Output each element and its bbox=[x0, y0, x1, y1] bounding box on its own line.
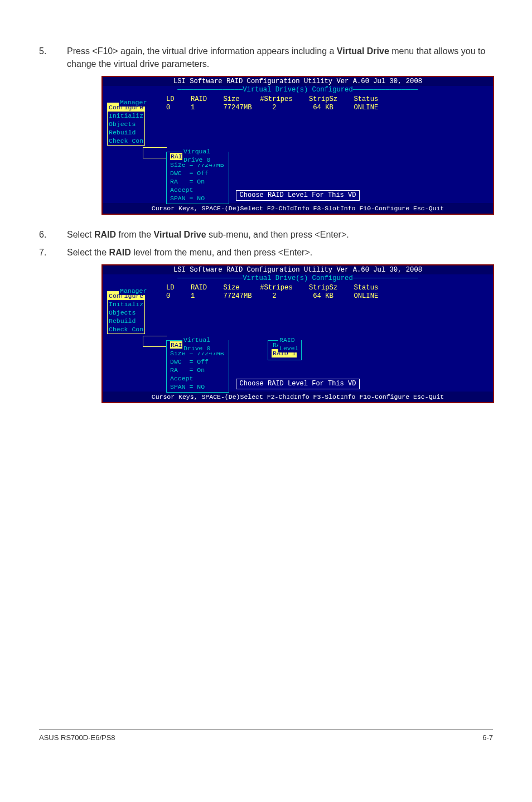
menu-item-objects: Objects bbox=[108, 308, 144, 317]
terminal-title: LSI Software RAID Configuration Utility … bbox=[103, 77, 493, 86]
column-headers: LD RAID Size #Stripes StripSz Status bbox=[103, 94, 493, 104]
terminal-footer: Cursor Keys, SPACE-(De)Select F2-ChIdInf… bbox=[103, 392, 493, 402]
subtitle-text: Virtual Drive(s) Configured bbox=[243, 86, 352, 94]
connector-line bbox=[143, 147, 167, 158]
step-6: 6. Select RAID from the Virtual Drive su… bbox=[39, 228, 493, 241]
menu-item-initialize: Initializ bbox=[108, 300, 144, 308]
step-text: Press <F10> again, the virtual drive inf… bbox=[67, 45, 493, 70]
left-menu: Manager Configure Initializ Objects Rebu… bbox=[107, 291, 145, 334]
terminal-subtitle: ────────────────Virtual Drive(s) Configu… bbox=[103, 274, 493, 283]
s6-a: Select bbox=[67, 230, 94, 239]
menu-label: Manager bbox=[119, 287, 148, 295]
s6-c: sub-menu, and then press <Enter>. bbox=[206, 230, 349, 239]
step-number: 7. bbox=[39, 246, 67, 259]
raid-level-box: RAID Level RAID 0 RAID 1 bbox=[268, 340, 302, 360]
vd-label: Virqual Drive 0 bbox=[182, 147, 229, 164]
step-text: Select the RAID level from the menu, and… bbox=[67, 246, 493, 259]
footer-left: ASUS RS700D-E6/PS8 bbox=[39, 733, 115, 742]
terminal-screenshot-2: LSI Software RAID Configuration Utility … bbox=[101, 264, 494, 403]
step-number: 6. bbox=[39, 228, 67, 241]
menu-item-checkcon: Check Con bbox=[108, 137, 144, 145]
page-footer: ASUS RS700D-E6/PS8 6-7 bbox=[39, 729, 493, 742]
status-message: Choose RAID Level For This VD bbox=[236, 190, 360, 201]
step-5: 5. Press <F10> again, the virtual drive … bbox=[39, 45, 493, 70]
status-line: Choose RAID Level For This VD bbox=[103, 379, 493, 389]
column-headers: LD RAID Size #Stripes StripSz Status bbox=[103, 283, 493, 292]
menu-label: Manager bbox=[119, 98, 148, 107]
terminal-subtitle: ────────────────Virtual Drive(s) Configu… bbox=[103, 86, 493, 94]
menu-item-checkcon: Check Con bbox=[108, 325, 144, 334]
vd-line-ra: RA = On bbox=[170, 366, 224, 374]
raid-level-label: RAID Level bbox=[278, 336, 301, 352]
status-message: Choose RAID Level For This VD bbox=[236, 379, 360, 389]
menu-item-rebuild: Rebuild bbox=[108, 317, 144, 325]
s6-b: from the bbox=[116, 230, 154, 239]
vd-line-dwc: DWC = Off bbox=[170, 169, 224, 177]
s7-b: level from the menu, and then press <Ent… bbox=[131, 248, 313, 257]
s7-bold: RAID bbox=[109, 248, 131, 257]
s7-a: Select the bbox=[67, 248, 109, 257]
terminal-screenshot-1: LSI Software RAID Configuration Utility … bbox=[101, 76, 494, 215]
step-number: 5. bbox=[39, 45, 67, 70]
terminal-body: ────────────────Virtual Drive(s) Configu… bbox=[103, 86, 493, 203]
step-7: 7. Select the RAID level from the menu, … bbox=[39, 246, 493, 259]
terminal-body: ────────────────Virtual Drive(s) Configu… bbox=[103, 274, 493, 392]
terminal-footer: Cursor Keys, SPACE-(De)Select F2-ChIdInf… bbox=[103, 203, 493, 214]
step-text-bold: Virtual Drive bbox=[337, 46, 389, 56]
menu-item-rebuild: Rebuild bbox=[108, 128, 144, 137]
connector-line bbox=[143, 336, 167, 347]
terminal-title: LSI Software RAID Configuration Utility … bbox=[103, 265, 493, 274]
footer-right: 6-7 bbox=[482, 733, 493, 742]
data-row: 0 1 77247MB 2 64 KB ONLINE bbox=[103, 292, 493, 301]
menu-item-initialize: Initializ bbox=[108, 112, 144, 120]
left-menu: Manager Configure Initializ Objects Rebu… bbox=[107, 103, 145, 146]
status-line: Choose RAID Level For This VD bbox=[103, 190, 493, 201]
step-text-a: Press <F10> again, the virtual drive inf… bbox=[67, 46, 337, 56]
s6-b1: RAID bbox=[94, 230, 116, 239]
subtitle-text: Virtual Drive(s) Configured bbox=[243, 274, 352, 282]
data-row: 0 1 77247MB 2 64 KB ONLINE bbox=[103, 104, 493, 112]
menu-item-objects: Objects bbox=[108, 120, 144, 128]
vd-label: Virtual Drive 0 bbox=[182, 336, 229, 352]
s6-b2: Virtual Drive bbox=[154, 230, 206, 239]
vd-line-dwc: DWC = Off bbox=[170, 357, 224, 366]
step-text: Select RAID from the Virtual Drive sub-m… bbox=[67, 228, 493, 241]
vd-line-ra: RA = On bbox=[170, 177, 224, 186]
